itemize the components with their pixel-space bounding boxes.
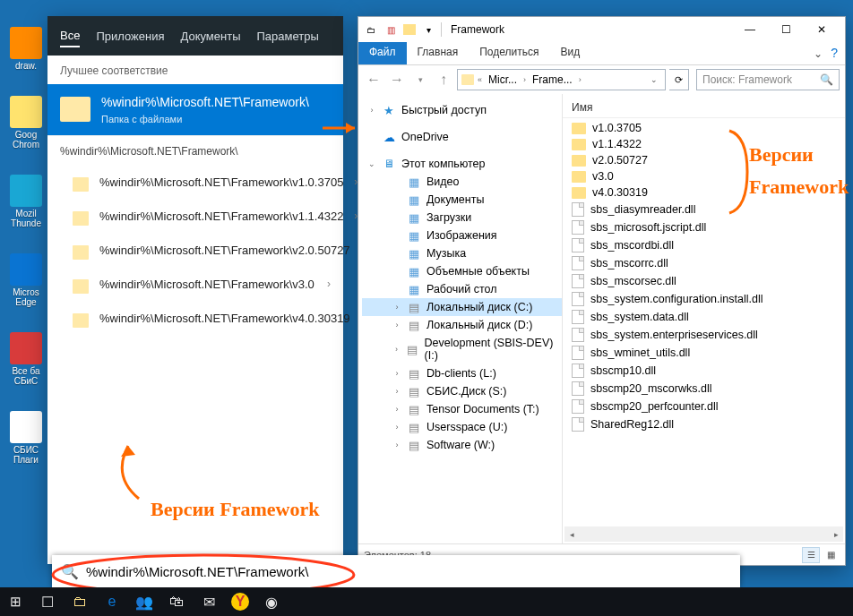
file-item[interactable]: sbs_mscorrc.dll [566,254,841,272]
search-input[interactable] [86,564,731,579]
tree-item[interactable]: ›▤Software (W:) [362,436,562,454]
folder-item[interactable]: v4.0.30319 [566,184,841,201]
ribbon-share[interactable]: Поделиться [469,42,549,64]
tree-item[interactable]: ›▤Локальный диск (C:) [362,298,562,316]
tree-item[interactable]: ▦Документы [362,191,562,209]
best-match-header: Лучшее соответствие [47,56,343,84]
tree-item[interactable]: ▦Видео [362,173,562,191]
file-item[interactable]: sbs_diasymreader.dll [566,201,841,218]
file-item[interactable]: sbscmp20_mscorwks.dll [566,380,841,398]
minimize-button[interactable]: — [732,20,768,39]
folder-item[interactable]: v1.0.3705 [566,120,841,136]
taskbar-people-icon[interactable]: 👥 [134,592,154,612]
taskbar-explorer-icon[interactable]: 🗀 [70,592,90,612]
file-item[interactable]: sbs_system.configuration.install.dll [566,290,841,308]
result-item[interactable]: %windir%\Microsoft.NET\Framework\v1.0.37… [47,167,343,201]
tree-item[interactable]: ›▤Development (SBIS-DEV) (I:) [362,334,562,364]
tab-apps[interactable]: Приложения [96,26,164,47]
back-button[interactable]: ← [364,70,383,90]
folder-icon [73,177,89,192]
result-item[interactable]: %windir%\Microsoft.NET\Framework\v3.0› [47,269,343,303]
ribbon-view[interactable]: Вид [549,42,590,64]
file-item[interactable]: sbs_system.enterpriseservices.dll [566,326,841,344]
recent-locations-button[interactable]: ▾ [410,70,430,90]
start-button[interactable]: ⊞ [5,592,25,612]
tree-item[interactable]: ›▤Usersspace (U:) [362,418,562,436]
nav-tree[interactable]: ›★Быстрый доступ ☁OneDrive ⌄🖥Этот компью… [358,94,563,543]
result-item[interactable]: %windir%\Microsoft.NET\Framework\v1.1.43… [47,201,343,235]
folder-item[interactable]: v2.0.50727 [566,152,841,168]
taskbar-store-icon[interactable]: 🛍 [167,592,186,612]
maximize-button[interactable]: ☐ [768,20,804,39]
tree-item[interactable]: ▦Объемные объекты [362,262,562,280]
taskbar-chrome-icon[interactable]: ◉ [262,592,281,612]
file-item[interactable]: sbscmp20_perfcounter.dll [566,398,841,415]
dll-file-icon [572,220,584,235]
close-button[interactable]: ✕ [804,20,840,39]
tree-onedrive[interactable]: ☁OneDrive [362,128,562,146]
task-view-button[interactable]: ☐ [38,592,57,612]
tab-settings[interactable]: Параметры [256,26,318,47]
properties-icon[interactable]: ▥ [383,22,398,37]
tree-this-pc[interactable]: ⌄🖥Этот компьютер [362,155,562,173]
tree-item[interactable]: ▦Музыка [362,244,562,262]
tree-item[interactable]: ›▤Локальный диск (D:) [362,316,562,334]
tree-quick-access[interactable]: ›★Быстрый доступ [362,101,562,119]
view-details-button[interactable]: ☰ [802,547,820,563]
desktop-icons: draw. Goog Chrom Mozil Thunde Micros Edg… [4,27,48,465]
result-item[interactable]: %windir%\Microsoft.NET\Framework\v2.0.50… [47,235,343,269]
view-icons-button[interactable]: ▦ [822,547,840,563]
tree-item[interactable]: ›▤СБИС.Диск (S:) [362,382,562,400]
taskbar-edge-icon[interactable]: e [102,592,122,612]
breadcrumb[interactable]: Micr... [486,73,520,86]
file-item[interactable]: sbs_microsoft.jscript.dll [566,218,841,236]
ribbon-home[interactable]: Главная [407,42,470,64]
desktop-icon[interactable]: Mozil Thunde [4,175,48,228]
tree-item[interactable]: ›▤Tensor Documents (T:) [362,400,562,418]
taskbar-mail-icon[interactable]: ✉ [199,592,219,612]
best-match-subtitle: Папка с файлами [101,114,309,124]
dropdown-icon[interactable]: ▾ [421,22,435,37]
file-item[interactable]: sbs_wminet_utils.dll [566,344,841,362]
explorer-search[interactable]: Поиск: Framework 🔍 [696,69,840,90]
dll-file-icon [572,328,584,342]
address-dropdown[interactable]: ⌄ [647,75,661,84]
taskbar-search[interactable]: 🔍 [52,555,740,587]
folder-icon[interactable] [403,24,416,35]
tab-all[interactable]: Все [60,25,80,47]
taskbar-yandex-icon[interactable]: Y [231,593,249,611]
result-item[interactable]: %windir%\Microsoft.NET\Framework\v4.0.30… [47,303,343,337]
desktop-icon[interactable]: Все ба СБиС [4,332,48,386]
folder-item[interactable]: v1.1.4322 [566,136,841,152]
up-button[interactable]: ↑ [434,70,453,90]
tree-item[interactable]: ▦Загрузки [362,209,562,227]
refresh-button[interactable]: ⟳ [669,69,689,90]
file-list[interactable]: v1.0.3705v1.1.4322v2.0.50727v3.0v4.0.303… [563,118,845,526]
folder-icon [73,279,89,294]
titlebar: 🗀 ▥ ▾ Framework — ☐ ✕ [358,17,845,42]
best-match-result[interactable]: %windir%\Microsoft.NET\Framework\ Папка … [47,84,343,135]
file-item[interactable]: SharedReg12.dll [566,415,841,433]
breadcrumb[interactable]: Frame... [530,73,575,86]
desktop-icon[interactable]: draw. [4,27,48,71]
column-header-name[interactable]: Имя [563,94,845,118]
tree-item[interactable]: ›▤Db-clients (L:) [362,364,562,382]
tree-item[interactable]: ▦Изображения [362,227,562,244]
tree-item[interactable]: ▦Рабочий стол [362,280,562,298]
file-item[interactable]: sbs_mscordbi.dll [566,236,841,254]
desktop-icon[interactable]: СБИС Плаги [4,411,48,465]
folder-item[interactable]: v3.0 [566,168,841,184]
file-item[interactable]: sbs_system.data.dll [566,308,841,326]
forward-button[interactable]: → [387,70,407,90]
folder-icon [73,211,89,226]
desktop-icon[interactable]: Micros Edge [4,253,48,307]
hscrollbar[interactable]: ◂▸ [564,526,843,542]
tab-docs[interactable]: Документы [180,26,240,47]
dll-file-icon [572,292,584,306]
file-item[interactable]: sbscmp10.dll [566,362,841,380]
address-bar[interactable]: « Micr... › Frame... › ⌄ [457,69,666,90]
desktop-icon[interactable]: Goog Chrom [4,96,48,150]
ribbon-file[interactable]: Файл [358,42,407,64]
expand-ribbon-button[interactable]: ⌄ ? [806,42,845,64]
file-item[interactable]: sbs_mscorsec.dll [566,272,841,290]
